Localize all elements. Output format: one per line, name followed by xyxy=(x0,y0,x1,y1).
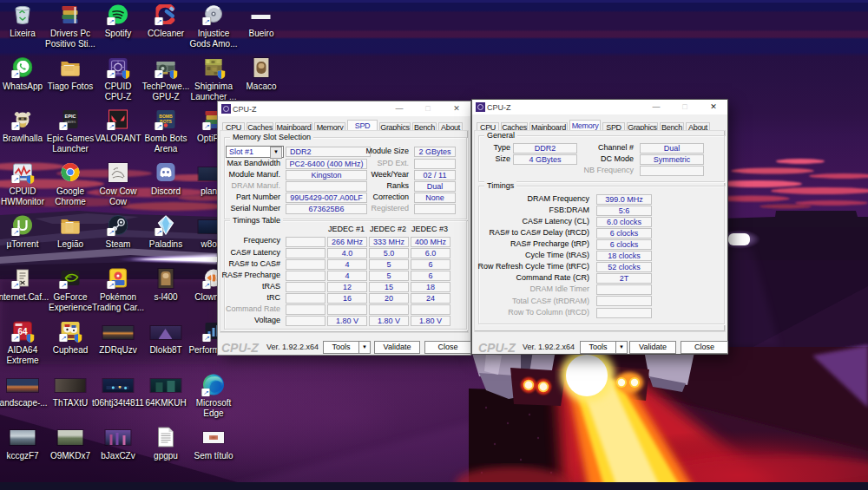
svg-text:EPIC: EPIC xyxy=(65,114,76,119)
